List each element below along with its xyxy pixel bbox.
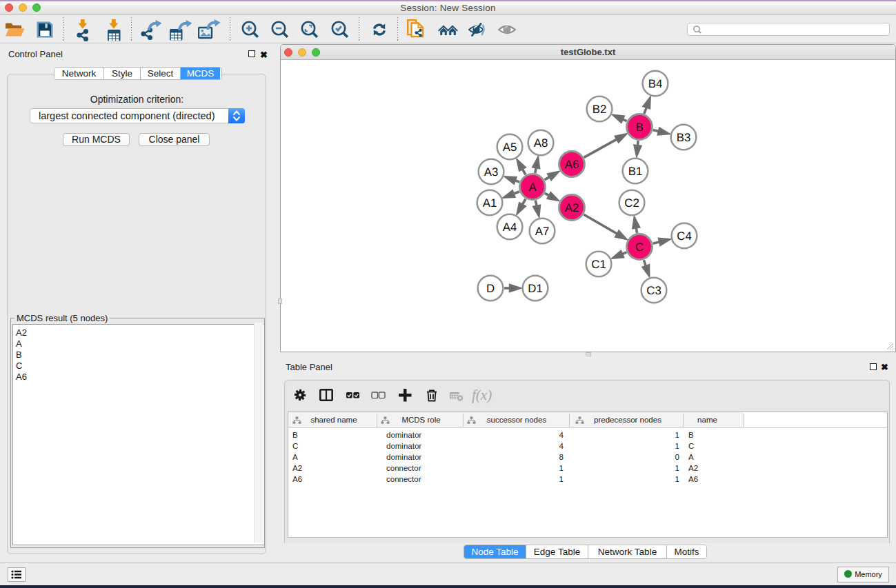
svg-text:D: D (486, 282, 495, 295)
svg-text:C1: C1 (591, 258, 606, 271)
svg-text:A7: A7 (535, 225, 550, 238)
svg-text:A1: A1 (483, 196, 497, 210)
svg-text:D1: D1 (528, 282, 542, 295)
svg-text:A6: A6 (565, 158, 579, 171)
svg-text:B3: B3 (677, 131, 691, 144)
svg-text:A: A (528, 181, 537, 194)
svg-text:A3: A3 (484, 165, 499, 179)
svg-text:C2: C2 (624, 196, 639, 210)
svg-text:A5: A5 (503, 141, 517, 154)
svg-text:A4: A4 (503, 221, 517, 234)
svg-text:A8: A8 (534, 136, 548, 150)
svg-text:B: B (635, 121, 643, 134)
svg-text:B4: B4 (648, 77, 663, 90)
svg-text:A2: A2 (565, 201, 579, 214)
svg-text:C: C (635, 241, 644, 254)
svg-text:B2: B2 (593, 103, 607, 116)
svg-text:C4: C4 (677, 230, 691, 243)
svg-text:B1: B1 (628, 165, 643, 178)
svg-text:C3: C3 (646, 284, 661, 297)
